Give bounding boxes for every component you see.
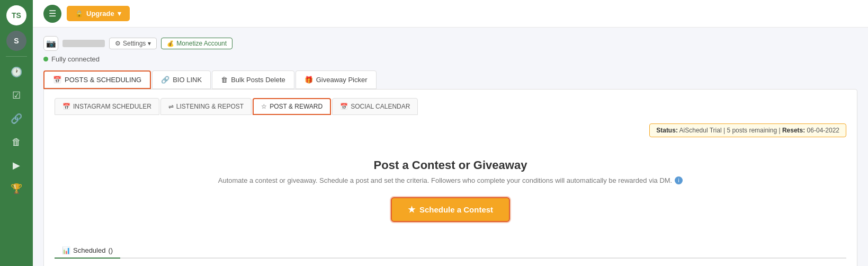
schedule-contest-button[interactable]: ★ Schedule a Contest <box>391 197 510 222</box>
star-icon: ★ <box>408 205 415 215</box>
trophy-icon[interactable]: 🏆 <box>6 179 26 199</box>
account-avatar[interactable]: S <box>6 31 26 51</box>
scheduled-tab-row: 📊 Scheduled () <box>55 243 846 259</box>
contest-desc-text: Automate a contest or giveaway. Schedule… <box>218 176 672 184</box>
chevron-down-icon: ▾ <box>118 10 121 17</box>
tab-posts-scheduling[interactable]: 📅 POSTS & SCHEDULING <box>43 70 151 89</box>
calendar-icon: 📅 <box>340 103 348 110</box>
sub-tab-social-calendar[interactable]: 📅 SOCIAL CALENDAR <box>332 98 418 115</box>
resets-date: 06-04-2022 <box>807 127 839 134</box>
scheduled-tab-item[interactable]: 📊 Scheduled () <box>55 243 120 259</box>
tab-bio-link[interactable]: 🔗 BIO LINK <box>152 70 211 89</box>
sidebar: TS S 🕐 ☑ 🔗 🗑 ▶ 🏆 <box>0 0 33 266</box>
info-icon[interactable]: i <box>675 176 683 184</box>
status-bar: Status: AiSchedul Trial | 5 posts remain… <box>55 123 846 137</box>
main-tabs: 📅 POSTS & SCHEDULING 🔗 BIO LINK 🗑 Bulk P… <box>43 70 857 89</box>
link-icon: 🔗 <box>161 76 169 84</box>
posts-remaining: 5 posts remaining <box>727 127 777 134</box>
topbar: ☰ 🔒 Upgrade ▾ <box>33 0 868 28</box>
trash-icon: 🗑 <box>221 76 228 84</box>
status-plan: AiSchedul Trial <box>679 127 722 134</box>
sub-tab-label: INSTAGRAM SCHEDULER <box>73 103 151 110</box>
tab-label: POSTS & SCHEDULING <box>65 76 141 84</box>
contest-description: Automate a contest or giveaway. Schedule… <box>55 176 846 184</box>
sub-tabs: 📅 INSTAGRAM SCHEDULER ⇌ LISTENING & REPO… <box>55 98 846 115</box>
settings-button[interactable]: ⚙ Settings ▾ <box>109 38 157 49</box>
user-avatar[interactable]: TS <box>6 5 26 25</box>
link-icon[interactable]: 🔗 <box>6 109 26 129</box>
star-outline-icon: ☆ <box>261 103 267 110</box>
sidebar-divider <box>6 56 27 57</box>
repost-icon: ⇌ <box>168 103 174 110</box>
green-dot-icon <box>43 57 48 61</box>
lock-icon: 🔒 <box>75 10 83 17</box>
sub-tab-listening-repost[interactable]: ⇌ LISTENING & REPOST <box>160 98 252 115</box>
schedule-button-label: Schedule a Contest <box>419 205 493 214</box>
calendar-icon: 📅 <box>53 76 61 84</box>
calendar-check-icon[interactable]: ☑ <box>6 85 26 105</box>
bar-chart-icon: 📊 <box>62 246 70 254</box>
connected-label: Fully connected <box>51 55 100 63</box>
content-area: 📷 ⚙ Settings ▾ 💰 Monetize Account Fully … <box>33 28 868 266</box>
upgrade-button[interactable]: 🔒 Upgrade ▾ <box>67 6 130 21</box>
monetize-label: Monetize Account <box>176 40 227 47</box>
sub-tab-post-reward[interactable]: ☆ POST & REWARD <box>253 98 331 115</box>
settings-label: Settings <box>123 40 146 47</box>
instagram-icon: 📷 <box>43 36 58 51</box>
sub-tab-label: LISTENING & REPOST <box>176 103 244 110</box>
sub-area: 📅 INSTAGRAM SCHEDULER ⇌ LISTENING & REPO… <box>43 89 857 266</box>
youtube-icon[interactable]: ▶ <box>6 155 26 175</box>
contest-area: Post a Contest or Giveaway Automate a co… <box>55 148 846 233</box>
calendar-icon: 📅 <box>62 103 70 110</box>
scheduled-count: () <box>108 246 113 254</box>
hamburger-button[interactable]: ☰ <box>43 5 61 23</box>
status-label: Status: <box>656 127 678 134</box>
tab-bulk-posts-delete[interactable]: 🗑 Bulk Posts Delete <box>212 70 294 89</box>
clock-icon[interactable]: 🕐 <box>6 62 26 82</box>
tab-label: Bulk Posts Delete <box>231 76 285 84</box>
resets-label: Resets: <box>782 127 805 134</box>
scheduled-tab-label: Scheduled <box>73 246 105 254</box>
monetize-icon: 💰 <box>167 40 174 47</box>
status-badge: Status: AiSchedul Trial | 5 posts remain… <box>649 123 846 137</box>
contest-title: Post a Contest or Giveaway <box>55 158 846 172</box>
sub-tab-label: SOCIAL CALENDAR <box>351 103 410 110</box>
account-row: 📷 ⚙ Settings ▾ 💰 Monetize Account <box>43 36 857 51</box>
tab-label: BIO LINK <box>173 76 202 84</box>
gift-icon: 🎁 <box>305 76 313 84</box>
chevron-down-icon: ▾ <box>148 40 151 47</box>
tab-label: Giveaway Picker <box>316 76 368 84</box>
sub-tab-instagram-scheduler[interactable]: 📅 INSTAGRAM SCHEDULER <box>55 98 159 115</box>
monetize-button[interactable]: 💰 Monetize Account <box>161 38 232 49</box>
account-name-blur <box>62 40 105 47</box>
settings-icon: ⚙ <box>115 40 121 47</box>
main-area: ☰ 🔒 Upgrade ▾ 📷 ⚙ Settings ▾ 💰 Monetize … <box>33 0 868 266</box>
upgrade-label: Upgrade <box>86 10 114 17</box>
trash-icon[interactable]: 🗑 <box>6 132 26 152</box>
connected-row: Fully connected <box>43 55 857 63</box>
tab-giveaway-picker[interactable]: 🎁 Giveaway Picker <box>296 70 377 89</box>
sub-tab-label: POST & REWARD <box>270 103 323 110</box>
